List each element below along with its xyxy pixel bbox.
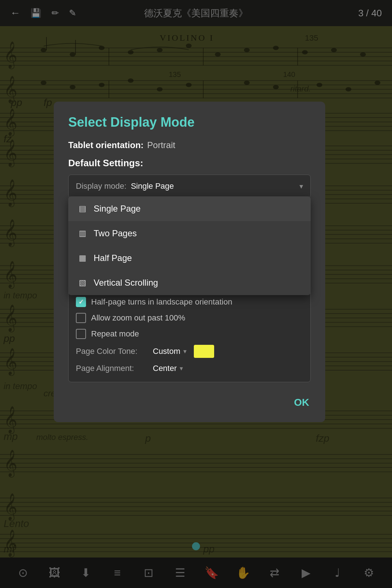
display-mode-selected-value: Single Page: [131, 181, 299, 191]
display-mode-dropdown-menu: ▤ Single Page ▥ Two Pages ▦ Half Page ▧ …: [68, 196, 311, 295]
allow-zoom-checkbox[interactable]: [76, 313, 86, 323]
dropdown-option-half-page[interactable]: ▦ Half Page: [68, 246, 311, 270]
dropdown-option-vertical-scrolling[interactable]: ▧ Vertical Scrolling: [68, 270, 311, 295]
page-color-tone-dropdown[interactable]: Custom ▾: [153, 347, 187, 356]
vertical-scroll-icon: ▧: [77, 278, 88, 287]
page-color-tone-label: Page Color Tone:: [76, 347, 148, 356]
page-alignment-value: Center: [153, 364, 177, 373]
dropdown-option-vertical-scrolling-label: Vertical Scrolling: [94, 278, 158, 288]
page-alignment-label: Page Alignment:: [76, 364, 148, 373]
tablet-orientation-row: Tablet orientation: Portrait: [68, 140, 311, 150]
tablet-orientation-value: Portrait: [147, 140, 175, 150]
repeat-mode-row: Repeat mode: [76, 329, 303, 339]
dropdown-arrow-icon: ▾: [299, 182, 303, 191]
repeat-mode-label: Repeat mode: [91, 329, 139, 339]
half-page-turns-checkbox[interactable]: [76, 297, 86, 307]
default-settings-label: Default Settings:: [68, 158, 311, 169]
two-pages-icon: ▥: [77, 229, 88, 238]
tablet-orientation-label: Tablet orientation:: [68, 140, 144, 150]
allow-zoom-label: Allow zoom out past 100%: [91, 313, 185, 323]
modal-title: Select Display Mode: [68, 115, 311, 130]
dropdown-option-two-pages-label: Two Pages: [94, 228, 137, 238]
dropdown-option-two-pages[interactable]: ▥ Two Pages: [68, 221, 311, 246]
half-page-icon: ▦: [77, 253, 88, 263]
dropdown-option-single-page[interactable]: ▤ Single Page: [68, 196, 311, 221]
ok-button-container: OK: [68, 388, 311, 411]
page-alignment-arrow-icon: ▾: [180, 364, 183, 372]
display-mode-dropdown[interactable]: Display mode: Single Page ▾: [68, 175, 311, 198]
page-color-tone-row: Page Color Tone: Custom ▾: [76, 345, 303, 358]
page-alignment-dropdown[interactable]: Center ▾: [153, 364, 183, 373]
select-display-mode-dialog: Select Display Mode Tablet orientation: …: [54, 102, 325, 422]
page-color-tone-arrow-icon: ▾: [183, 347, 187, 355]
page-color-tone-value: Custom: [153, 347, 180, 356]
dropdown-option-half-page-label: Half Page: [94, 253, 132, 263]
ok-button[interactable]: OK: [293, 394, 311, 411]
single-page-icon: ▤: [77, 204, 88, 213]
page-alignment-row: Page Alignment: Center ▾: [76, 364, 303, 373]
half-page-turns-row: Half-page turns in landscape orientation: [76, 297, 303, 307]
half-page-turns-label: Half-page turns in landscape orientation: [91, 297, 232, 307]
dropdown-option-single-page-label: Single Page: [94, 204, 140, 214]
display-mode-label: Display mode:: [76, 181, 126, 191]
display-mode-wrapper: Display mode: Single Page ▾ ▤ Single Pag…: [68, 175, 311, 198]
page-color-swatch[interactable]: [194, 345, 214, 358]
repeat-mode-checkbox[interactable]: [76, 329, 86, 339]
allow-zoom-row: Allow zoom out past 100%: [76, 313, 303, 323]
